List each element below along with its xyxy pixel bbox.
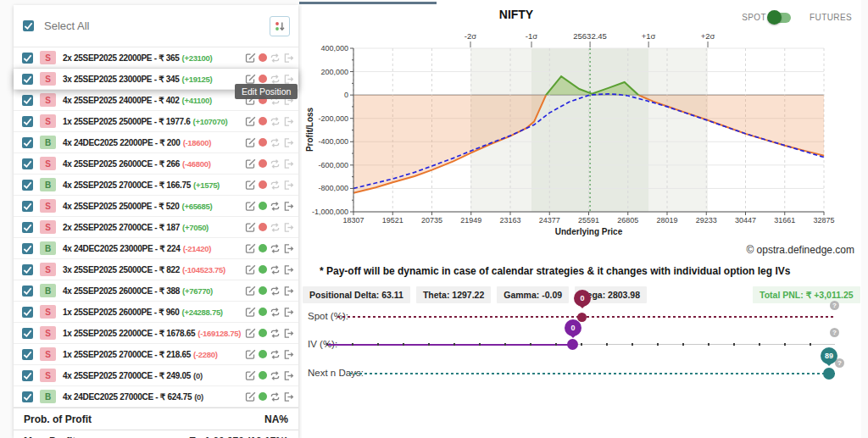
repeat-position-icon[interactable] [270,158,281,169]
repeat-position-icon[interactable] [270,391,281,402]
position-row[interactable]: S4x 25SEP2025 26000CE - ₹ 266(-46800) [14,153,298,175]
exit-position-icon[interactable] [283,53,294,64]
position-row[interactable]: S1x 25SEP2025 27000CE - ₹ 218.65(-2280) [14,344,298,365]
edit-position-icon[interactable] [245,243,256,254]
row-checkbox[interactable] [22,158,33,169]
row-checkbox[interactable] [22,53,33,64]
repeat-position-icon[interactable] [270,307,281,318]
row-checkbox[interactable] [22,116,33,127]
days-slider-track[interactable] [349,373,835,374]
spot-help-icon[interactable]: ? [830,301,839,310]
row-checkbox[interactable] [22,328,33,339]
exit-position-icon[interactable] [283,116,294,127]
row-checkbox[interactable] [22,201,33,212]
row-checkbox[interactable] [22,349,33,360]
iv-help-icon[interactable]: ? [830,328,839,337]
days-slider-knob[interactable] [823,368,835,380]
position-row[interactable]: S3x 25SEP2025 25000CE - ₹ 822(-104523.75… [14,259,298,280]
exit-position-icon[interactable] [283,201,294,212]
svg-text:28019: 28019 [656,216,677,225]
repeat-position-icon[interactable] [270,370,281,381]
edit-position-icon[interactable] [245,158,256,169]
edit-position-icon[interactable] [245,137,256,148]
iv-slider-knob[interactable] [567,339,578,350]
repeat-position-icon[interactable] [270,349,281,360]
edit-position-icon[interactable] [245,286,256,297]
edit-position-icon[interactable] [245,349,256,360]
row-checkbox[interactable] [22,74,33,85]
max-profit-value: ₹ +1,60,970 (12.17%) [189,435,288,438]
exit-position-icon[interactable] [283,307,294,318]
status-dot [259,159,267,168]
edit-position-icon[interactable] [245,370,256,381]
edit-position-icon[interactable] [245,328,256,339]
row-checkbox[interactable] [22,391,33,402]
position-row[interactable]: S2x 25SEP2025 22000PE - ₹ 365(+23100) [14,47,298,69]
row-checkbox[interactable] [22,243,33,254]
exit-position-icon[interactable] [283,222,294,233]
position-row[interactable]: B4x 24DEC2025 27000CE - ₹ 624.75(0) [14,386,298,408]
row-checkbox[interactable] [22,180,33,191]
repeat-position-icon[interactable] [270,116,281,127]
position-row[interactable]: B4x 25SEP2025 27000CE - ₹ 166.75(+1575) [14,175,298,196]
row-checkbox[interactable] [22,286,33,297]
exit-position-icon[interactable] [283,370,294,381]
position-row[interactable]: S1x 25SEP2025 25000PE - ₹ 1977.6(+107070… [14,111,298,132]
edit-position-icon[interactable] [245,180,256,191]
repeat-position-icon[interactable] [270,328,281,339]
side-badge: S [40,263,56,276]
max-profit-row: Max. Profit ₹ +1,60,970 (12.17%) [14,430,298,438]
row-actions [245,391,294,402]
repeat-position-icon[interactable] [270,180,281,191]
days-slider-value-balloon: 89 [821,347,837,364]
exit-position-icon[interactable] [283,328,294,339]
repeat-position-icon[interactable] [270,222,281,233]
repeat-position-icon[interactable] [270,74,281,85]
repeat-position-icon[interactable] [270,137,281,148]
exit-position-icon[interactable] [283,243,294,254]
repeat-position-icon[interactable] [270,286,281,297]
position-row[interactable]: S1x 25SEP2025 22000CE - ₹ 1678.65(-16912… [14,323,298,344]
position-row[interactable]: S4x 25SEP2025 25000PE - ₹ 520(+65685) [14,196,298,217]
row-actions [245,116,294,127]
position-row[interactable]: B4x 24DEC2025 22000PE - ₹ 200(-18600) [14,132,298,153]
position-row[interactable]: S4x 25SEP2025 27000CE - ₹ 249.05(0) [14,365,298,386]
exit-position-icon[interactable] [283,391,294,402]
position-row[interactable]: S1x 25SEP2025 26000PE - ₹ 960(+24288.75) [14,302,298,323]
repeat-position-icon[interactable] [270,201,281,212]
row-checkbox[interactable] [22,264,33,275]
edit-position-icon[interactable] [245,391,256,402]
row-checkbox[interactable] [22,137,33,148]
exit-position-icon[interactable] [283,180,294,191]
edit-position-icon[interactable] [245,201,256,212]
position-row[interactable]: B4x 24DEC2025 23000PE - ₹ 224(-21420) [14,238,298,259]
edit-position-icon[interactable] [245,116,256,127]
repeat-position-icon[interactable] [270,53,281,64]
sort-positions-button[interactable] [270,16,290,36]
edit-position-icon[interactable] [245,53,256,64]
edit-position-icon[interactable] [245,74,256,85]
row-checkbox[interactable] [22,370,33,381]
row-checkbox[interactable] [22,222,33,233]
exit-position-icon[interactable] [283,158,294,169]
svg-text:-2σ: -2σ [465,31,476,41]
row-actions [245,243,294,254]
exit-position-icon[interactable] [283,74,294,85]
edit-position-icon[interactable] [245,222,256,233]
exit-position-icon[interactable] [283,137,294,148]
edit-position-icon[interactable] [245,264,256,275]
position-row[interactable]: B4x 25SEP2025 26000CE - ₹ 388(+76770) [14,280,298,302]
position-label: 4x 24DEC2025 22000PE - ₹ 200 [63,138,181,147]
row-checkbox[interactable] [22,307,33,318]
position-label: 1x 25SEP2025 22000CE - ₹ 1678.65 [63,329,195,338]
exit-position-icon[interactable] [283,286,294,297]
repeat-position-icon[interactable] [270,264,281,275]
exit-position-icon[interactable] [283,349,294,360]
select-all-checkbox[interactable] [23,20,34,31]
position-row[interactable]: S2x 25SEP2025 27000CE - ₹ 187(+7050) [14,217,298,238]
spot-slider-knob[interactable] [577,313,587,322]
edit-position-icon[interactable] [245,307,256,318]
repeat-position-icon[interactable] [270,243,281,254]
row-checkbox[interactable] [22,95,33,106]
exit-position-icon[interactable] [283,264,294,275]
